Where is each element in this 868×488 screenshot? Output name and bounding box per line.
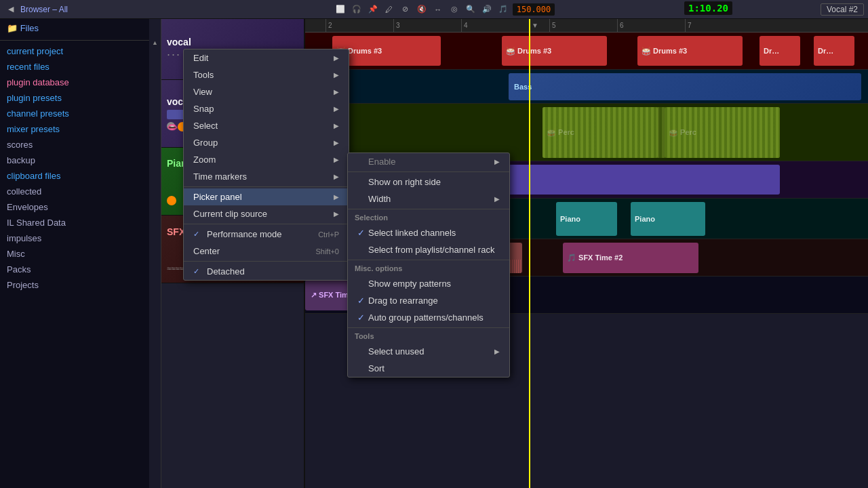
submenu-sep-4 [348, 327, 509, 328]
playhead-marker: ▼ [529, 19, 538, 32]
clip-piano-2[interactable]: Piano [631, 202, 705, 236]
sidebar-item-recent-files[interactable]: recent files [0, 59, 149, 75]
perc-pattern [542, 107, 780, 158]
arrow-icon: ▶ [334, 139, 339, 146]
menu-item-current-clip[interactable]: Current clip source ▶ [184, 205, 349, 222]
sidebar-item-collected[interactable]: collected [0, 184, 149, 199]
menu-item-tools[interactable]: Tools ▶ [184, 66, 349, 83]
lips-icon: 👄 [167, 122, 175, 130]
sidebar-item-projects[interactable]: Projects [0, 277, 149, 293]
section-misc: Misc. options [348, 262, 509, 275]
arrow-icon: ▶ [334, 210, 339, 218]
submenu-item-width[interactable]: Width ▶ [348, 190, 509, 207]
submenu-item-auto-group[interactable]: ✓ Auto group patterns/channels [348, 309, 509, 326]
piano-orange-circle [167, 196, 176, 205]
submenu-item-show-empty[interactable]: Show empty patterns [348, 275, 509, 292]
sidebar-item-clipboard[interactable]: clipboard files [0, 168, 149, 184]
arrow-icon: ▶ [334, 105, 339, 113]
arrow-icon: ▶ [334, 54, 339, 62]
section-selection: Selection [348, 211, 509, 224]
sidebar-item-channel-presets[interactable]: channel presets [0, 106, 149, 121]
menu-item-time-markers[interactable]: Time markers ▶ [184, 168, 349, 185]
sidebar-item-plugin-presets[interactable]: plugin presets [0, 90, 149, 106]
enable-label: Enable [368, 157, 395, 167]
arrow-icon: ▶ [334, 88, 339, 96]
sidebar-item-misc[interactable]: Misc [0, 246, 149, 262]
sidebar-item-backup[interactable]: backup [0, 152, 149, 168]
toolbar-btn-11[interactable]: 🎵 [496, 3, 510, 16]
submenu-sep-1 [348, 171, 509, 172]
clip-drums-5[interactable]: Dr… [814, 36, 854, 66]
sidebar-title: Files [20, 23, 39, 33]
submenu-sep-3 [348, 260, 509, 260]
toolbar-btn-1[interactable]: ⬜ [334, 3, 347, 16]
time-display: 1:10.20 [684, 1, 732, 15]
clip-sfx-time[interactable]: 🎵 SFX Time #2 [563, 243, 698, 273]
sidebar-item-il-shared-data[interactable]: IL Shared Data [0, 215, 149, 230]
vertical-toolbar: ▲ [149, 19, 161, 488]
folder-icon: 📁 [7, 23, 18, 33]
toolbar-btn-8[interactable]: ◎ [448, 3, 461, 16]
submenu-item-drag-rearrange[interactable]: ✓ Drag to rearrange [348, 292, 509, 309]
arrow-icon: ▶ [494, 158, 500, 165]
sidebar-item-envelopes[interactable]: Envelopes [0, 199, 149, 215]
sidebar-item-mixer-presets[interactable]: mixer presets [0, 121, 149, 137]
clip-drums-3[interactable]: 🥁 Drums #3 [637, 36, 743, 66]
submenu-item-select-playlist[interactable]: Select from playlist/channel rack [348, 241, 509, 258]
ruler: 2 3 4 ▼ 5 6 7 [305, 19, 868, 33]
clip-piano-1[interactable]: Piano [556, 202, 617, 236]
browser-icon[interactable]: ◀ [4, 3, 18, 16]
section-tools: Tools [348, 329, 509, 343]
clip-drums-4[interactable]: Dr… [760, 36, 800, 66]
menu-item-center[interactable]: Center Shift+0 [184, 243, 349, 260]
browser-label: Browser – All [20, 5, 68, 14]
toolbar-btn-9[interactable]: 🔍 [464, 3, 477, 16]
toolbar-btn-10[interactable]: 🔊 [480, 3, 494, 16]
arrow-icon: ▶ [494, 195, 500, 203]
toolbar-btn-2[interactable]: 🎧 [350, 3, 363, 16]
menu-separator-1 [184, 186, 349, 187]
toolbar-btn-3[interactable]: 📌 [366, 3, 380, 16]
menu-item-performance-mode[interactable]: ✓ Performance mode Ctrl+P [184, 226, 349, 243]
submenu-item-enable[interactable]: Enable ▶ [348, 153, 509, 170]
top-toolbar: ◀ Browser – All ⬜ 🎧 📌 🖊 ⊘ 🔇 ↔ ◎ 🔍 🔊 🎵 15… [0, 0, 868, 19]
clip-drums-2[interactable]: 🥁 Drums #3 [502, 36, 607, 66]
submenu-item-select-unused[interactable]: Select unused ▶ [348, 343, 509, 360]
toolbar-btn-6[interactable]: 🔇 [415, 3, 429, 16]
vocal-channel-badge[interactable]: Vocal #2 [821, 3, 864, 16]
menu-item-picker-panel[interactable]: Picker panel ▶ [184, 188, 349, 205]
context-menu-sub: Enable ▶ Show on right side Width ▶ Sele… [347, 152, 510, 378]
sidebar-item-scores[interactable]: scores [0, 137, 149, 152]
menu-separator-3 [184, 261, 349, 262]
submenu-item-select-linked[interactable]: ✓ Select linked channels [348, 224, 509, 241]
arrow-icon: ▶ [494, 348, 500, 355]
arrow-icon: ▶ [334, 71, 339, 79]
toolbar-btn-5[interactable]: ⊘ [399, 3, 412, 16]
track-bass: Bass [305, 70, 868, 104]
clip-bass[interactable]: Bass [509, 73, 861, 100]
bpm-display: 150.000 [513, 3, 555, 16]
menu-item-snap[interactable]: Snap ▶ [184, 100, 349, 117]
toolbar-btn-4[interactable]: 🖊 [382, 3, 396, 16]
sidebar-item-current-project[interactable]: current project [0, 43, 149, 59]
check-icon-perf: ✓ [193, 230, 203, 239]
menu-item-zoom[interactable]: Zoom ▶ [184, 151, 349, 168]
menu-item-group[interactable]: Group ▶ [184, 134, 349, 151]
sidebar-header[interactable]: 📁 Files [0, 19, 149, 37]
channel-name-vocal1: vocal [167, 37, 193, 47]
submenu-item-show-right[interactable]: Show on right side [348, 174, 509, 190]
menu-item-edit[interactable]: Edit ▶ [184, 49, 349, 66]
menu-item-detached[interactable]: ✓ Detached [184, 263, 349, 280]
sidebar-item-impulses[interactable]: impulses [0, 230, 149, 246]
menu-item-select[interactable]: Select ▶ [184, 117, 349, 134]
toolbar-btn-7[interactable]: ↔ [431, 3, 445, 16]
check-icon-detach: ✓ [193, 267, 203, 276]
submenu-sep-2 [348, 209, 509, 209]
menu-item-view[interactable]: View ▶ [184, 83, 349, 100]
menu-separator-2 [184, 224, 349, 224]
check-icon: ✓ [357, 296, 368, 306]
sidebar: 📁 Files current project recent files plu… [0, 19, 149, 488]
sidebar-item-plugin-database[interactable]: plugin database [0, 75, 149, 90]
sidebar-item-packs[interactable]: Packs [0, 262, 149, 277]
submenu-item-sort[interactable]: Sort [348, 360, 509, 377]
